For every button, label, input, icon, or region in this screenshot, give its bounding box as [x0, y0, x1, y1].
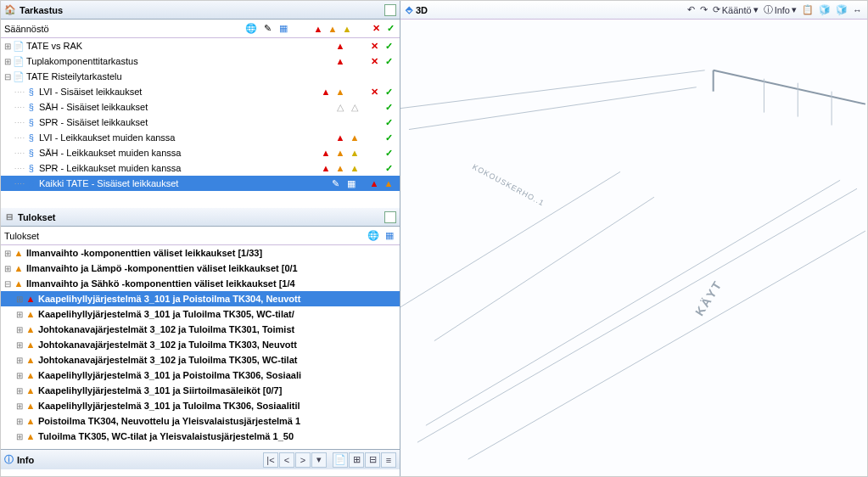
globe-icon[interactable]: 🌐 [367, 229, 380, 243]
tree-toggle[interactable] [14, 401, 25, 411]
result-row[interactable]: ▲Johtokanavajärjestelmät 3_102 ja Tuloil… [1, 352, 400, 368]
rule-row[interactable]: ····§Kaikki TATE - Sisäiset leikkaukset✎… [1, 176, 400, 191]
rule-label: Kaikki TATE - Sisäiset leikkaukset [37, 178, 178, 188]
tree-toggle[interactable] [14, 340, 25, 350]
redo-button[interactable]: ↷ [700, 4, 708, 15]
results-subheader: Tulokset 🌐 ▦ [1, 227, 400, 245]
tree-toggle[interactable] [14, 370, 25, 380]
warn-org-icon: ▲ [13, 262, 25, 274]
rules-label: Säännöstö [4, 24, 244, 34]
tree-toggle[interactable] [3, 71, 13, 81]
rule-row[interactable]: 📄Tuplakomponenttitarkastus▲✕✓ [1, 53, 400, 69]
rule-label: SPR - Leikkaukset muiden kanssa [37, 163, 182, 173]
tree-toggle[interactable] [14, 355, 25, 365]
warn-yellow-icon[interactable]: ▲ [341, 23, 353, 35]
next-button[interactable]: > [295, 452, 311, 468]
tree-toggle[interactable] [3, 263, 13, 273]
warn-org-icon: ▲ [25, 339, 36, 351]
grid-icon[interactable]: ▦ [277, 22, 290, 36]
tree-toggle[interactable] [14, 309, 25, 319]
warn-red-icon[interactable]: ▲ [312, 23, 324, 35]
rules-tree[interactable]: 📄TATE vs RAK▲✕✓📄Tuplakomponenttitarkastu… [1, 38, 400, 208]
restore-button[interactable] [384, 4, 396, 16]
tree-toggle[interactable] [14, 416, 25, 426]
rule-row[interactable]: 📄TATE Risteilytarkastelu [1, 69, 400, 84]
warn-org-icon: ▲ [25, 400, 36, 412]
result-row[interactable]: ▲Kaapelihyllyjärjestelmä 3_101 ja Poisto… [1, 291, 400, 306]
rule-row[interactable]: ····§SPR - Sisäiset leikkaukset✓ [1, 115, 400, 130]
info-panel: ⓘ Info |< < > ▾ 📄 ⊞ ⊟ ≡ [1, 449, 400, 469]
expand-button[interactable]: ⊞ [349, 452, 364, 468]
check-icon[interactable]: ✓ [384, 23, 396, 35]
rule-label: TATE vs RAK [25, 41, 82, 51]
tree-toggle[interactable] [14, 294, 25, 304]
result-row[interactable]: ▲Johtokanavajärjestelmät 3_102 ja Tuloil… [1, 337, 400, 352]
x-icon[interactable]: ✕ [370, 23, 382, 35]
info-menu[interactable]: ⓘ Info ▾ [764, 3, 797, 16]
tree-toggle[interactable] [3, 56, 13, 66]
tree-toggle[interactable] [3, 248, 13, 258]
tree-toggle[interactable] [3, 278, 13, 289]
result-row[interactable]: ▲Kaapelihyllyjärjestelmä 3_101 ja Tuloil… [1, 306, 400, 322]
rule-label: SÄH - Leikkaukset muiden kanssa [37, 148, 182, 158]
rule-row[interactable]: 📄TATE vs RAK▲✕✓ [1, 38, 400, 53]
tree-toggle[interactable] [14, 431, 25, 441]
rule-row[interactable]: ····§SPR - Leikkaukset muiden kanssa▲▲▲✓ [1, 160, 400, 176]
result-row[interactable]: ▲Poistoilma TK304, Neuvottelu ja Yleisva… [1, 413, 400, 429]
svg-line-2 [468, 231, 865, 459]
tool1-button[interactable]: 📋 [802, 4, 814, 15]
results-tree[interactable]: ▲Ilmanvaihto -komponenttien väliset leik… [1, 245, 400, 449]
doc-button[interactable]: 📄 [333, 452, 348, 468]
result-row[interactable]: ▲Tuloilma TK305, WC-tilat ja Yleisvalais… [1, 429, 400, 444]
tool3-button[interactable]: 🧊 [836, 4, 848, 15]
rule-row[interactable]: ····§LVI - Sisäiset leikkaukset▲▲✕✓ [1, 84, 400, 99]
globe-icon[interactable]: 🌐 [244, 22, 258, 36]
result-row[interactable]: ▲Kaapelihyllyjärjestelmä 3_101 ja Tuloil… [1, 398, 400, 413]
rotate-menu[interactable]: ⟳ Kääntö ▾ [713, 4, 759, 15]
tree-toggle[interactable] [3, 41, 13, 51]
x-red-icon: ✕ [368, 40, 380, 52]
grid-icon[interactable]: ▦ [344, 177, 358, 190]
prev-button[interactable]: < [279, 452, 294, 468]
section-icon: § [25, 102, 37, 112]
svg-line-8 [400, 70, 705, 109]
svg-line-9 [409, 87, 697, 130]
warn-org-icon: ▲ [25, 323, 36, 335]
wand-icon[interactable]: ✎ [328, 177, 342, 190]
result-label: Kaapelihyllyjärjestelmä 3_101 ja Tuloilm… [36, 401, 300, 411]
warn-red-icon: ▲ [320, 162, 332, 174]
x-red-icon: ✕ [368, 86, 380, 98]
collapse-toggle[interactable] [4, 212, 14, 222]
warn-gray-icon: △ [334, 101, 346, 113]
result-label: Kaapelihyllyjärjestelmä 3_101 ja Tuloilm… [36, 309, 294, 319]
rule-row[interactable]: ····§SÄH - Leikkaukset muiden kanssa▲▲▲✓ [1, 145, 400, 160]
result-row[interactable]: ▲Ilmanvaihto ja Lämpö -komponenttien väl… [1, 261, 400, 276]
chk-grn-icon: ✓ [383, 162, 395, 174]
warn-yel-icon: ▲ [349, 147, 361, 159]
result-label: Ilmanvaihto ja Lämpö -komponenttien väli… [25, 263, 298, 273]
rule-row[interactable]: ····§SÄH - Sisäiset leikkaukset△△✓ [1, 99, 400, 115]
first-button[interactable]: |< [263, 452, 278, 468]
rule-row[interactable]: ····§LVI - Leikkaukset muiden kanssa▲▲✓ [1, 130, 400, 145]
tool4-button[interactable]: ↔ [853, 5, 862, 15]
warn-gray-icon: △ [349, 101, 361, 113]
warn-yel-icon: ▲ [349, 162, 361, 174]
wand-icon[interactable]: ✎ [260, 22, 274, 36]
list-button[interactable]: ≡ [381, 452, 396, 468]
result-row[interactable]: ▲Johtokanavajärjestelmät 3_102 ja Tuloil… [1, 322, 400, 337]
collapse-button[interactable]: ⊟ [365, 452, 380, 468]
tree-toggle[interactable] [14, 324, 25, 334]
result-row[interactable]: ▲Ilmanvaihto ja Sähkö -komponenttien väl… [1, 276, 400, 291]
warn-orange-icon[interactable]: ▲ [327, 23, 339, 35]
tree-toggle[interactable] [14, 385, 25, 396]
undo-button[interactable]: ↶ [687, 4, 695, 15]
result-row[interactable]: ▲Kaapelihyllyjärjestelmä 3_101 ja Siirto… [1, 383, 400, 398]
dropdown-button[interactable]: ▾ [311, 452, 327, 468]
result-row[interactable]: ▲Kaapelihyllyjärjestelmä 3_101 ja Poisto… [1, 368, 400, 383]
doc-icon: 📄 [13, 56, 25, 67]
grid-icon[interactable]: ▦ [383, 229, 396, 243]
result-row[interactable]: ▲Ilmanvaihto -komponenttien väliset leik… [1, 245, 400, 261]
restore-button[interactable] [384, 211, 396, 223]
3d-viewport[interactable]: KÄYT KOKOUSKERHO..1 [400, 20, 867, 476]
tool2-button[interactable]: 🧊 [819, 4, 831, 15]
